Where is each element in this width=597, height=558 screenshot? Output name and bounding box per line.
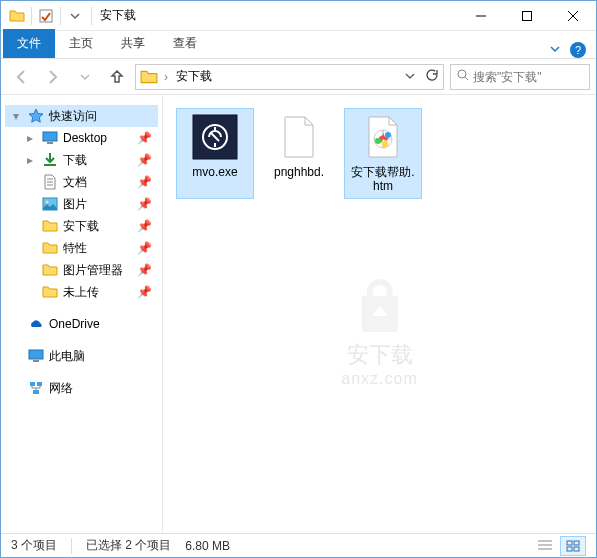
- pin-icon: 📌: [137, 263, 152, 277]
- chevron-right-icon[interactable]: ›: [162, 70, 170, 84]
- desktop-icon: [41, 129, 59, 147]
- sidebar-item-downloads[interactable]: ▸ 下载 📌: [5, 149, 158, 171]
- this-pc-icon: [27, 347, 45, 365]
- tab-share[interactable]: 共享: [107, 29, 159, 58]
- file-list-pane[interactable]: mvo.exe pnghhbd. 安下载帮助.htm: [163, 95, 596, 533]
- sidebar-item-label: 文档: [63, 174, 87, 191]
- ribbon-tabs: 文件 主页 共享 查看 ?: [1, 31, 596, 59]
- file-item-blank[interactable]: pnghhbd.: [261, 109, 337, 198]
- folder-icon: [41, 217, 59, 235]
- chevron-down-icon[interactable]: ▾: [13, 109, 27, 123]
- sidebar-item-label: Desktop: [63, 131, 107, 145]
- sidebar-item-folder[interactable]: 特性 📌: [5, 237, 158, 259]
- sidebar-item-desktop[interactable]: ▸ Desktop 📌: [5, 127, 158, 149]
- pin-icon: 📌: [137, 197, 152, 211]
- svg-rect-8: [29, 350, 43, 359]
- sidebar-item-folder[interactable]: 未上传 📌: [5, 281, 158, 303]
- address-bar[interactable]: › 安下载: [135, 64, 444, 90]
- forward-button[interactable]: [39, 63, 67, 91]
- svg-rect-20: [574, 541, 579, 545]
- status-selected-count: 已选择 2 个项目: [86, 537, 171, 554]
- refresh-button[interactable]: [425, 68, 439, 85]
- file-icon: [275, 113, 323, 161]
- qat-properties-icon[interactable]: [38, 8, 54, 24]
- svg-rect-11: [37, 382, 42, 386]
- qat-dropdown-icon[interactable]: [67, 8, 83, 24]
- address-dropdown-icon[interactable]: [405, 70, 415, 84]
- sidebar-item-label: 图片: [63, 196, 87, 213]
- svg-rect-5: [44, 164, 56, 166]
- tab-home[interactable]: 主页: [55, 29, 107, 58]
- downloads-icon: [41, 151, 59, 169]
- sidebar-item-folder[interactable]: 图片管理器 📌: [5, 259, 158, 281]
- sidebar-item-label: 下载: [63, 152, 87, 169]
- window-title: 安下载: [100, 7, 136, 24]
- sidebar-this-pc[interactable]: 此电脑: [5, 345, 158, 367]
- help-icon[interactable]: ?: [570, 42, 586, 58]
- svg-rect-19: [567, 541, 572, 545]
- maximize-button[interactable]: [504, 1, 550, 31]
- close-button[interactable]: [550, 1, 596, 31]
- up-button[interactable]: [103, 63, 131, 91]
- search-box[interactable]: [450, 64, 590, 90]
- chevron-right-icon[interactable]: ▸: [27, 131, 41, 145]
- pictures-icon: [41, 195, 59, 213]
- folder-icon: [140, 68, 158, 86]
- onedrive-icon: [27, 315, 45, 333]
- pin-icon: 📌: [137, 241, 152, 255]
- folder-icon: [9, 8, 25, 24]
- pin-icon: 📌: [137, 153, 152, 167]
- exe-icon: [191, 113, 239, 161]
- back-button[interactable]: [7, 63, 35, 91]
- view-large-icons-button[interactable]: [560, 536, 586, 556]
- chevron-right-icon[interactable]: ▸: [27, 153, 41, 167]
- file-item-exe[interactable]: mvo.exe: [177, 109, 253, 198]
- network-icon: [27, 379, 45, 397]
- tab-file[interactable]: 文件: [3, 29, 55, 58]
- sidebar-item-folder[interactable]: 安下载 📌: [5, 215, 158, 237]
- search-icon: [457, 69, 469, 84]
- quick-access-toolbar: [1, 7, 91, 25]
- file-label: 安下载帮助.htm: [349, 165, 417, 194]
- svg-rect-3: [43, 132, 57, 141]
- documents-icon: [41, 173, 59, 191]
- svg-rect-21: [567, 547, 572, 551]
- recent-locations-button[interactable]: [71, 63, 99, 91]
- pin-icon: 📌: [137, 131, 152, 145]
- svg-rect-22: [574, 547, 579, 551]
- folder-icon: [41, 239, 59, 257]
- expand-ribbon-icon[interactable]: [550, 43, 560, 57]
- sidebar-network[interactable]: 网络: [5, 377, 158, 399]
- file-label: mvo.exe: [192, 165, 237, 179]
- navigation-pane: ▾ 快速访问 ▸ Desktop 📌 ▸ 下载 📌: [1, 95, 163, 533]
- sidebar-item-label: 网络: [49, 380, 73, 397]
- svg-rect-4: [47, 142, 53, 144]
- sidebar-item-documents[interactable]: 文档 📌: [5, 171, 158, 193]
- svg-rect-10: [30, 382, 35, 386]
- navigation-bar: › 安下载: [1, 59, 596, 95]
- status-item-count: 3 个项目: [11, 537, 57, 554]
- view-details-button[interactable]: [532, 536, 558, 556]
- sidebar-onedrive[interactable]: OneDrive: [5, 313, 158, 335]
- svg-rect-12: [33, 390, 39, 394]
- sidebar-item-label: 未上传: [63, 284, 99, 301]
- svg-point-16: [385, 132, 391, 138]
- quick-access-root[interactable]: ▾ 快速访问: [5, 105, 158, 127]
- star-icon: [27, 107, 45, 125]
- breadcrumb-item[interactable]: 安下载: [170, 66, 218, 87]
- svg-rect-1: [523, 11, 532, 20]
- pin-icon: 📌: [137, 175, 152, 189]
- minimize-button[interactable]: [458, 1, 504, 31]
- file-label: pnghhbd.: [274, 165, 324, 179]
- explorer-window: 安下载 文件 主页 共享 查看 ? › 安下载: [0, 0, 597, 558]
- search-input[interactable]: [473, 70, 597, 84]
- status-bar: 3 个项目 已选择 2 个项目 6.80 MB: [1, 533, 596, 557]
- tab-view[interactable]: 查看: [159, 29, 211, 58]
- svg-point-17: [375, 138, 381, 144]
- sidebar-item-label: OneDrive: [49, 317, 100, 331]
- file-item-htm[interactable]: 安下载帮助.htm: [345, 109, 421, 198]
- quick-access-label: 快速访问: [49, 108, 97, 125]
- svg-rect-9: [33, 360, 39, 362]
- svg-point-18: [382, 141, 388, 147]
- sidebar-item-pictures[interactable]: 图片 📌: [5, 193, 158, 215]
